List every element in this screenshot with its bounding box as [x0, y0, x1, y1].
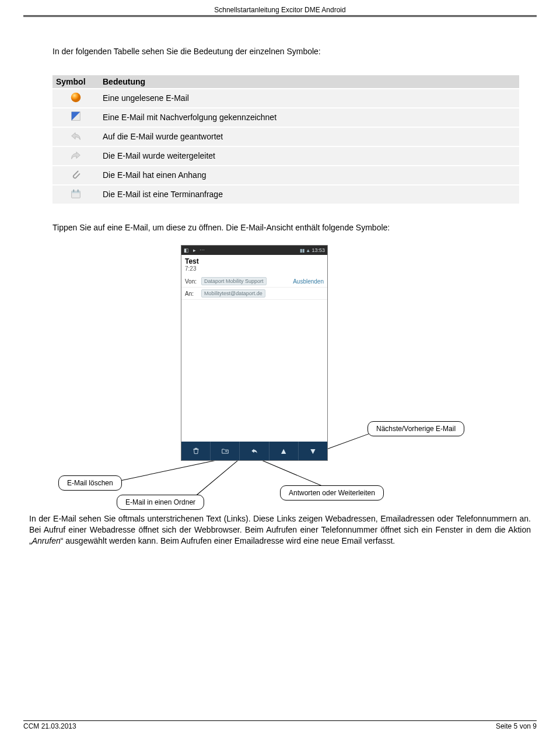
- toolbar-delete-button[interactable]: [181, 442, 211, 460]
- trash-icon: [192, 447, 200, 455]
- table-row: Auf die E-Mail wurde geantwortet: [52, 128, 519, 146]
- footer-left: CCM 21.03.2013: [23, 722, 76, 730]
- forward-icon: [69, 154, 82, 163]
- symbol-meaning-table: Symbol Bedeutung Eine ungelesene E-Mail …: [52, 74, 519, 205]
- email-from-row: Von: Dataport Mobility Support Ausblende…: [181, 275, 327, 288]
- svg-point-0: [71, 92, 81, 102]
- table-row: Die E-Mail hat einen Anhang: [52, 166, 519, 184]
- svg-rect-5: [73, 189, 74, 192]
- from-contact-chip[interactable]: Dataport Mobility Support: [201, 277, 267, 285]
- table-cell-meaning: Die E-Mail wurde weitergeleitet: [99, 147, 519, 165]
- phone-screenshot: ◧ ▸ ⋯ ▮▮ ▲ 13:53 Test 7:23 Von: Dataport…: [181, 245, 328, 461]
- status-left-icons: ◧ ▸ ⋯: [184, 247, 206, 253]
- table-row: Die E-Mail ist eine Terminanfrage: [52, 186, 519, 204]
- down-icon: ▼: [309, 446, 317, 456]
- status-time: 13:53: [312, 247, 325, 253]
- table-cell-meaning: Die E-Mail ist eine Terminanfrage: [99, 186, 519, 204]
- table-cell-meaning: Eine ungelesene E-Mail: [99, 89, 519, 107]
- email-subject: Test: [181, 255, 327, 265]
- callout-delete: E-Mail löschen: [58, 475, 122, 491]
- intro-paragraph: In der folgenden Tabelle sehen Sie die B…: [52, 46, 531, 58]
- toolbar-next-button[interactable]: ▼: [299, 442, 327, 460]
- paragraph-open-mail: Tippen Sie auf eine E-Mail, um diese zu …: [52, 222, 531, 234]
- svg-rect-6: [78, 189, 79, 192]
- to-contact-chip[interactable]: Mobilitytest@dataport.de: [201, 289, 265, 298]
- up-icon: ▲: [279, 446, 288, 456]
- table-row: Die E-Mail wurde weitergeleitet: [52, 147, 519, 165]
- table-cell-meaning: Die E-Mail hat einen Anhang: [99, 166, 519, 184]
- connector-line: [108, 460, 216, 484]
- calendar-icon: [69, 192, 82, 202]
- connector-line: [260, 459, 330, 489]
- callout-move: E-Mail in einen Ordner: [117, 495, 204, 510]
- table-cell-meaning: Auf die E-Mail wurde geantwortet: [99, 128, 519, 146]
- email-sent-time: 7:23: [181, 265, 327, 275]
- paragraph-links: In der E-Mail sehen Sie oftmals unterstr…: [29, 513, 531, 547]
- to-label: An:: [185, 290, 199, 297]
- table-cell-meaning: Eine E-Mail mit Nachverfolgung gekennzei…: [99, 108, 519, 127]
- table-row: Eine E-Mail mit Nachverfolgung gekennzei…: [52, 108, 519, 127]
- table-header-meaning: Bedeutung: [99, 75, 519, 88]
- hide-details-link[interactable]: Ausblenden: [293, 278, 324, 285]
- attachment-icon: [69, 173, 82, 183]
- email-to-row: An: Mobilitytest@dataport.de: [181, 288, 327, 300]
- from-label: Von:: [185, 278, 199, 285]
- para3-part-b: Anrufen: [32, 536, 61, 545]
- table-row: Eine ungelesene E-Mail: [52, 89, 519, 107]
- svg-rect-4: [72, 191, 80, 193]
- page-header-title: Schnellstartanleitung Excitor DME Androi…: [0, 0, 560, 14]
- callout-reply-forward: Antworten oder Weiterleiten: [280, 485, 384, 501]
- footer-right: Seite 5 von 9: [496, 722, 537, 730]
- ball-orange-icon: [69, 96, 82, 106]
- phone-status-bar: ◧ ▸ ⋯ ▮▮ ▲ 13:53: [181, 246, 327, 255]
- footer-divider: [23, 720, 537, 721]
- table-header-symbol: Symbol: [52, 75, 99, 88]
- callout-next-prev: Nächste/Vorherige E-Mail: [368, 421, 464, 436]
- email-toolbar: ▲ ▼: [181, 442, 327, 460]
- status-right: ▮▮ ▲ 13:53: [300, 247, 325, 253]
- toolbar-move-button[interactable]: [211, 442, 240, 460]
- reply-icon: [250, 447, 258, 455]
- toolbar-prev-button[interactable]: ▲: [270, 442, 299, 460]
- toolbar-reply-button[interactable]: [240, 442, 269, 460]
- para3-part-c: “ ausgewählt werden kann. Beim Aufrufen …: [61, 536, 396, 545]
- reply-icon: [69, 135, 82, 144]
- folder-move-icon: [221, 447, 229, 455]
- flag-blue-icon: [69, 116, 82, 125]
